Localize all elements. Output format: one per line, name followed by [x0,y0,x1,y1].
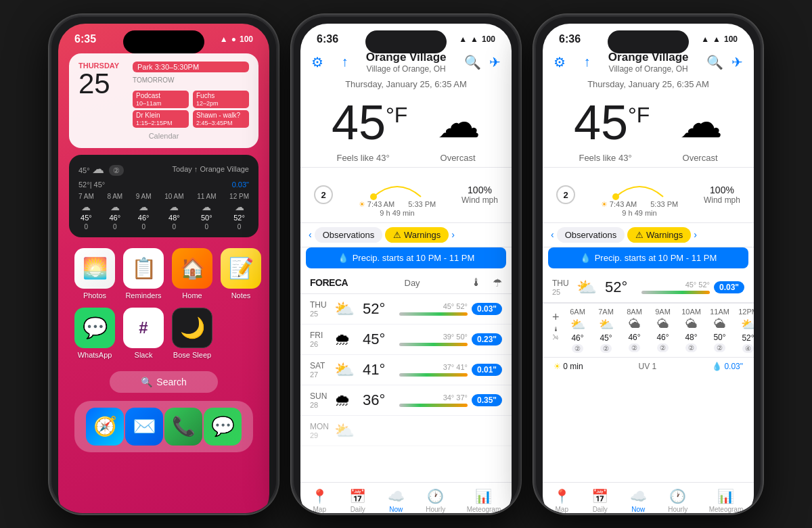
phone-2: 6:36 ▲ ▲ 100 ⚙ ↑ Orange Village Village … [291,14,521,514]
photos-icon[interactable]: 🌅 [74,248,115,289]
thu-precip: 0.03" [714,281,744,293]
cal-footer: Calendar [78,132,249,140]
foreca-col-icons-2: 🌡 ☂ [471,277,502,289]
bose-icon[interactable]: 🌙 [172,308,212,348]
notes-icon[interactable]: 📝 [221,248,261,289]
sunset-3: 5:33 PM [650,200,678,209]
tab-daily-2[interactable]: 📅 Daily [349,488,366,513]
tab-map-2[interactable]: 📍 Map [311,488,328,513]
obs-tab-3[interactable]: Observations [557,227,625,243]
dock-messages[interactable]: 💬 [204,408,242,446]
foreca-location: Today ↑ Orange Village [172,165,249,173]
warnings-tab-3[interactable]: ⚠ Warnings [627,227,691,243]
tab-meteogram-label-2: Meteogram [467,506,501,513]
table-row: FRI 26 🌧 45° 39° 50° 0.23" [300,325,512,355]
tab-map-3[interactable]: 📍 Map [554,488,570,513]
tab-daily-3[interactable]: 📅 Daily [591,488,608,513]
search-icon: 🔍 [141,377,152,387]
temp-value-2: 45°F [332,95,407,149]
wr-icon: ⛅ [334,421,356,440]
search-icon-3[interactable]: 🔍 [706,54,723,70]
reminders-icon[interactable]: 📋 [123,248,164,289]
home-icon[interactable]: 🏠 [172,248,212,289]
temp-block-2: 45°F [332,98,407,147]
share-icon-3[interactable]: ↑ [583,54,590,70]
cal-tomorrow-label: TOMORROW [133,75,249,85]
gear-icon-2[interactable]: ⚙ [311,54,323,70]
condition-block-3: Overcast [683,153,718,163]
foreca-highlow: 52°| 45° 0.03" [78,181,249,189]
app-notes[interactable]: 📝 Notes [221,248,261,299]
weather-title-2: Orange Village Village of Orange, OH [366,51,447,74]
precip-banner-2: 💧 Precip. starts at 10 PM - 11 PM [306,247,506,268]
tab-map-label-3: Map [556,506,568,513]
uv-stat-bottom: UV 1 [639,362,657,371]
share-icon-2[interactable]: ↑ [341,54,348,70]
dock-mail[interactable]: ✉️ [125,408,163,446]
tab-hourly-2[interactable]: 🕐 Hourly [426,488,445,513]
foreca-hour-3: 9 AM ☁ 46° 0 [136,193,152,231]
thu-temp: 52° [605,279,637,296]
location-icon-2[interactable]: ✈ [489,54,501,70]
feels-row-2: Feels like 43° Overcast [300,153,512,167]
feels-row-3: Feels like 43° Overcast [543,153,754,167]
dock-phone[interactable]: 📞 [164,408,202,446]
status-icons-2: ▲ ▲ 100 [459,34,495,44]
foreca-hour-1: 7 AM ☁ 45° 0 [78,193,94,231]
obs-right-arrow-2[interactable]: › [451,229,455,240]
tab-now-3[interactable]: ☁️ Now [630,488,647,513]
wr-precip: 0.01" [472,364,502,376]
sun-times-2: ☀ 7:43 AM 5:33 PM [359,200,436,209]
app-reminders[interactable]: 📋 Reminders [123,248,164,299]
app-home[interactable]: 🏠 Home [172,248,212,299]
search-label: Search [156,377,186,387]
obs-left-arrow-2[interactable]: ‹ [309,229,312,240]
umbrella-icon-2: ☂ [493,277,502,289]
wr-temp: 41° [363,361,395,379]
hourly-col-1: 6AM ⛅ 46° ② [564,308,592,353]
wr-bar-area: 37° 41° [399,363,468,377]
calendar-widget[interactable]: THURSDAY 25 Park 3:30–5:30PM TOMORROW Po… [69,53,258,148]
foreca-header: 45° ☁ ② Today ↑ Orange Village [78,162,249,176]
dock-safari[interactable]: 🧭 [86,408,124,446]
wr-day-col: THU 25 [310,300,330,318]
slack-icon[interactable]: # [123,308,164,348]
city-subtitle-3: Village of Orange, OH [608,64,689,74]
tab-meteogram-2[interactable]: 📊 Meteogram [467,488,501,513]
tab-hourly-3[interactable]: 🕐 Hourly [668,488,687,513]
tab-now-2[interactable]: ☁️ Now [388,488,405,513]
foreca-widget[interactable]: 45° ☁ ② Today ↑ Orange Village 52°| 45° … [69,155,258,237]
uv-stat-3: 2 [556,185,575,204]
precip-banner-3: 💧 Precip. starts at 10 PM - 11 PM [548,247,748,268]
cal-right: Park 3:30–5:30PM TOMORROW Podcast10–11am… [133,62,249,128]
app-slack[interactable]: # Slack [123,308,164,359]
app-bose[interactable]: 🌙 Bose Sleep [172,308,212,359]
foreca-hour-4: 10 AM ☁ 48° 0 [164,193,183,231]
humidity-value-3: 100% [710,185,734,195]
app-whatsapp[interactable]: 💬 WhatsApp [74,308,115,359]
cal-events-row: Podcast10–11am Dr Klein1:15–2:15PM Fuchs… [133,91,249,128]
battery-2: 100 [482,34,495,44]
gear-icon-3[interactable]: ⚙ [554,54,566,70]
weather-date-3: Thursday, January 25, 6:35 AM [543,79,754,92]
obs-left-arrow-3[interactable]: ‹ [551,229,554,240]
search-icon-2[interactable]: 🔍 [464,54,481,70]
foreca-hourly: 7 AM ☁ 45° 0 8 AM ☁ 46° 0 9 AM [78,193,249,231]
tab-meteogram-3[interactable]: 📊 Meteogram [709,488,744,513]
obs-right-arrow-3[interactable]: › [694,229,697,240]
tab-bar-3: 📍 Map 📅 Daily ☁️ Now 🕐 Hourly 📊 Me [543,482,754,514]
hourly-add[interactable]: + 🌡 🌬 [548,308,564,343]
obs-tabs-2: ‹ Observations ⚠ Warnings › [300,223,512,247]
obs-tab-2[interactable]: Observations [315,227,383,243]
location-icon-3[interactable]: ✈ [731,54,743,70]
weather-title-3: Orange Village Village of Orange, OH [608,51,689,74]
wr-bar-area: 34° 37° [399,393,468,407]
whatsapp-icon[interactable]: 💬 [74,308,115,348]
search-bar[interactable]: 🔍 Search [110,371,218,393]
hourly-section: + 🌡 🌬 6AM ⛅ 46° ② 7AM ⛅ 45° ② [543,304,754,357]
weather-stats-2: 2 ☀ 7:43 AM 5:33 PM 9 h 49 min 100% Wind [300,167,512,223]
warnings-tab-2[interactable]: ⚠ Warnings [385,227,449,243]
hourly-icon-2: 🕐 [427,488,444,504]
app-photos[interactable]: 🌅 Photos [74,248,115,299]
phones-container: 6:35 ▲ ● 100 THURSDAY 25 P [35,1,777,528]
